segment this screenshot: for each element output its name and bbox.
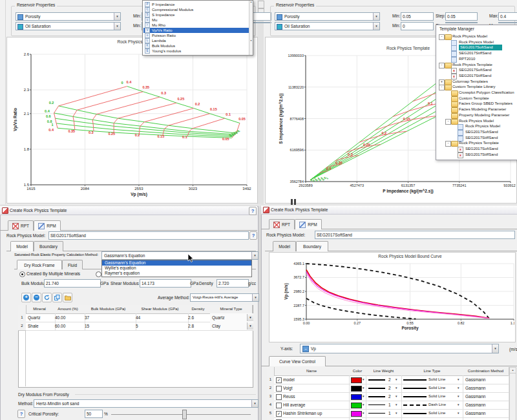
curve-color-swatch[interactable] <box>351 394 362 400</box>
load-button[interactable] <box>63 293 72 302</box>
subtab-model[interactable]: Model <box>10 241 34 251</box>
remove-row-button[interactable]: − <box>32 293 41 302</box>
menu-item-mu-rho[interactable]: rMu Rho <box>143 23 249 28</box>
chevron-down-icon[interactable]: ▼ <box>457 395 459 398</box>
dropdown-option[interactable]: Raymer's equation <box>102 271 251 276</box>
property-combo-oil-saturation[interactable]: Oil Saturation▼ <box>275 22 380 30</box>
chevron-down-icon[interactable]: ▼ <box>362 378 364 381</box>
calculation-method-combo[interactable]: Gassmann's Equation ▼ <box>101 251 258 260</box>
tree-item-facies-group-sbed-templates[interactable]: Facies Group SBED Templates <box>436 101 517 107</box>
line-weight-value[interactable]: 1 <box>388 411 391 415</box>
model-name-input-right[interactable]: SEG2017SoftSand <box>315 231 515 239</box>
mineral-cell[interactable]: Quartz <box>26 313 56 322</box>
subtab-boundary-right[interactable]: Boundary <box>296 241 328 251</box>
tree-item-seg2017stiffsand[interactable]: xSEG2017StiffSand <box>436 152 517 158</box>
line-type-value[interactable]: Dash Line <box>428 403 446 406</box>
tab-rpm[interactable]: RPM <box>34 220 61 231</box>
menu-item-p-impedance[interactable]: PP Impedance <box>143 2 249 7</box>
chevron-down-icon[interactable]: ▼ <box>395 386 397 390</box>
chevron-down-icon[interactable]: ▼ <box>362 403 364 406</box>
tab-dry-rock-frame[interactable]: Dry Rock Frame <box>17 260 62 269</box>
chevron-down-icon[interactable]: ▼ <box>362 386 364 390</box>
critical-porosity-input[interactable]: 50 <box>85 410 103 418</box>
dry-method-combo[interactable]: Hertz-Mindlin soft sand ▼ <box>34 399 258 408</box>
copy-button[interactable] <box>52 293 62 302</box>
property-combo-oil-saturation[interactable]: Oil Saturation▼ <box>16 22 121 30</box>
line-type-value[interactable]: Solid Line <box>428 386 445 390</box>
tree-item-rock-physics-model[interactable]: -Rock Physics Model <box>436 34 517 39</box>
curve-visible-checkbox[interactable] <box>276 394 282 400</box>
tree-item-seg2017softsand[interactable]: xSEG2017SoftSand <box>436 146 517 152</box>
chevron-down-icon[interactable]: ▼ <box>362 395 364 398</box>
mineral-cell[interactable]: 60.00 <box>53 322 85 331</box>
curve-color-swatch[interactable] <box>351 386 362 392</box>
refresh-button[interactable] <box>42 293 52 302</box>
chevron-down-icon[interactable]: ▼ <box>114 13 120 20</box>
model-name-input[interactable]: SEG2017SoftSand <box>48 231 249 240</box>
mineral-cell[interactable]: 2.8 <box>186 322 213 331</box>
tree-item-seg2017stiffsand[interactable]: xSEG2017StiffSand <box>436 73 517 79</box>
tab-rpt-right[interactable]: RPT <box>269 219 295 229</box>
line-type-value[interactable]: Solid Line <box>428 411 445 415</box>
tab-fluid[interactable]: Fluid <box>62 260 83 269</box>
tree-item-property-modeling-parameter[interactable]: Property Modeling Parameter <box>436 112 517 118</box>
menu-item-young-s-modulus[interactable]: EYoung's modulus <box>143 48 249 54</box>
dropdown-option[interactable]: Gassmann's Equation <box>102 260 251 266</box>
mineral-cell[interactable]: 15 <box>83 322 136 331</box>
chevron-down-icon[interactable]: ▼ <box>457 378 459 381</box>
chevron-down-icon[interactable]: ▼ <box>457 403 459 406</box>
chevron-down-icon[interactable]: ▼ <box>457 412 459 415</box>
menu-item-lambda[interactable]: LLambda <box>143 38 249 43</box>
mineral-cell[interactable]: 40.00 <box>53 313 85 322</box>
mineral-type-combo[interactable]: Quartz▼ <box>210 313 253 322</box>
tree-item-rock-physics-template[interactable]: -Rock Physics Template <box>436 140 517 146</box>
dropdown-option[interactable]: Wyllie's equation <box>102 266 251 271</box>
yaxis-combo[interactable]: ~ Vp ▼ <box>300 344 499 353</box>
tree-item-seg2017stiffsand[interactable]: SEG2017StiffSand <box>436 135 517 141</box>
scrollbar-up-icon[interactable]: ▲ <box>510 368 516 373</box>
line-weight-value[interactable]: 2 <box>388 377 391 382</box>
max-input[interactable] <box>498 22 517 23</box>
mineral-cell[interactable]: 44 <box>134 313 189 322</box>
average-method-combo[interactable]: Voigt-Reuss-Hill's Average ▼ <box>190 293 259 302</box>
menu-item-compressional-modulus[interactable]: CCompressional Modulus <box>143 7 249 12</box>
chevron-down-icon[interactable]: ▼ <box>247 322 253 330</box>
chevron-down-icon[interactable]: ▼ <box>373 23 379 30</box>
tree-item-colormap-templates[interactable]: +Colormap Templates <box>436 79 517 85</box>
menu-item-bulk-modulus[interactable]: KBulk Modulus <box>143 43 249 48</box>
line-weight-value[interactable]: 2 <box>388 394 391 399</box>
tree-item-rock-physics-model[interactable]: Rock Physics Model <box>436 39 517 45</box>
curve-color-swatch[interactable] <box>351 377 362 383</box>
subtab-boundary[interactable]: Boundary <box>34 241 63 251</box>
chevron-down-icon[interactable]: ▼ <box>114 23 120 30</box>
tree-item-rock-physics-model[interactable]: Rock Physics Model <box>436 123 517 129</box>
tree-item-custom-template-library[interactable]: -Custom Template Library <box>436 84 517 90</box>
curve-color-swatch[interactable] <box>351 403 362 408</box>
property-combo-porosity[interactable]: Porosity▼ <box>16 12 121 21</box>
chevron-down-icon[interactable]: ▼ <box>395 412 397 415</box>
bulk-modulus-input[interactable]: 21.740 <box>44 279 101 288</box>
curve-visible-checkbox[interactable] <box>276 386 282 392</box>
mineral-cell[interactable]: 37 <box>83 313 136 322</box>
tree-item-rock-physics-template[interactable]: -Rock Physics Template <box>436 62 517 68</box>
tree-item-facies-modeling-parameter[interactable]: Facies Modeling Parameter <box>436 107 517 112</box>
curve-visible-checkbox[interactable]: ✓ <box>276 377 282 383</box>
chevron-down-icon[interactable]: ▼ <box>395 378 397 381</box>
chevron-down-icon[interactable]: ▼ <box>395 395 397 398</box>
chevron-down-icon[interactable]: ▼ <box>457 386 459 390</box>
chevron-down-icon[interactable]: ▼ <box>251 400 258 407</box>
line-type-value[interactable]: Solid Line <box>428 377 445 381</box>
min-input[interactable]: 0.05 <box>401 12 434 21</box>
menu-scrollbar[interactable]: ▲▼ <box>249 1 253 55</box>
line-weight-value[interactable]: 2 <box>388 386 391 390</box>
curve-visible-checkbox[interactable] <box>276 403 282 408</box>
tree-item-rock-physics-model[interactable]: -Rock Physics Model <box>436 118 517 124</box>
property-combo-porosity[interactable]: Porosity▼ <box>275 12 380 21</box>
curve-table-scrollbar[interactable]: ▲ <box>509 367 516 420</box>
menu-item-poisson-ratio[interactable]: oPoisson Ratio <box>143 33 249 38</box>
chevron-down-icon[interactable]: ▼ <box>373 13 379 20</box>
chevron-down-icon[interactable]: ▼ <box>492 344 498 353</box>
tree-item-seg2017softsand[interactable]: SEG2017SoftSand <box>436 45 517 50</box>
menu-item-vp-vs-ratio[interactable]: VVp/Vs Ratio <box>143 28 249 33</box>
critical-porosity-help-button[interactable]: ? <box>17 410 25 418</box>
